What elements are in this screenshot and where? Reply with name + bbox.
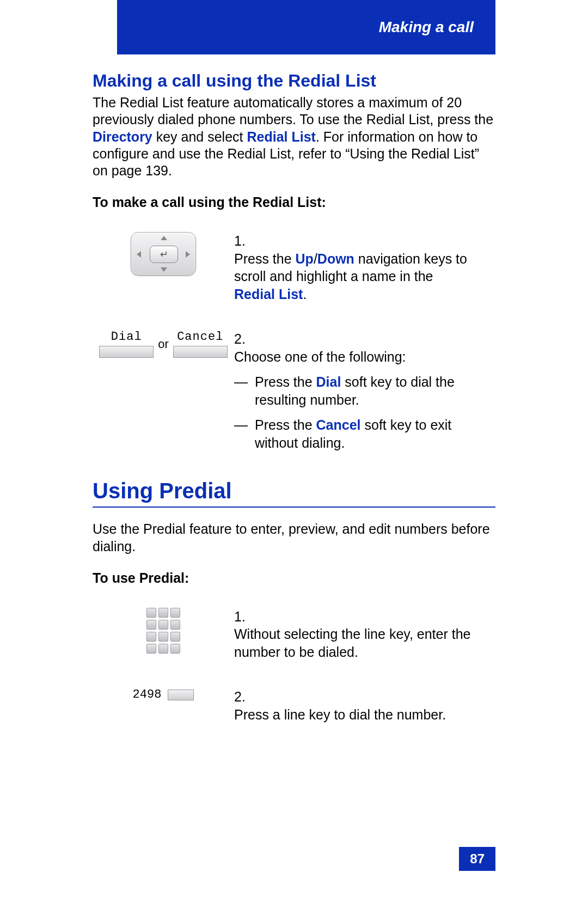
section-title-redial: Making a call using the Redial List [93, 71, 495, 91]
keypad-icon [146, 608, 180, 654]
keypad-key-icon [170, 620, 180, 630]
keypad-key-icon [158, 620, 168, 630]
softkey-dial-button-icon [99, 346, 154, 358]
redial-intro: The Redial List feature automatically st… [93, 94, 495, 179]
keyword-down: Down [317, 251, 354, 266]
linekey-number: 2498 [133, 688, 162, 701]
keypad-key-icon [146, 632, 156, 642]
step1-text: 1. Press the Up/Down navigation keys to … [234, 232, 495, 303]
predial-step1-text: 1. Without selecting the line key, enter… [234, 608, 495, 661]
step-row-2: Dial or Cancel 2. Choose one of the foll… [93, 330, 495, 452]
procedure-label-predial: To use Predial: [93, 570, 495, 586]
text: Press a line key to dial the number. [234, 706, 474, 724]
step-number: 1. [234, 232, 253, 250]
keyword-directory: Directory [93, 129, 152, 144]
keypad-key-icon [170, 644, 180, 654]
keyword-up: Up [296, 251, 314, 266]
linekey-button-icon [168, 690, 194, 700]
softkey-group: Dial or Cancel [99, 330, 228, 358]
nav-down-icon [161, 267, 167, 272]
text: . [303, 286, 307, 302]
softkey-cancel-label: Cancel [173, 330, 228, 344]
keypad-key-icon [170, 632, 180, 642]
keypad-key-icon [146, 644, 156, 654]
nav-right-icon [186, 251, 190, 258]
keyword-redial-list: Redial List [234, 286, 303, 302]
or-text: or [158, 337, 169, 351]
nav-up-icon [161, 236, 167, 240]
predial-intro: Use the Predial feature to enter, previe… [93, 521, 495, 555]
softkey-dial-label: Dial [99, 330, 154, 344]
softkey-icon-container: Dial or Cancel [93, 330, 234, 358]
step-number: 2. [234, 688, 253, 706]
keyword-cancel: Cancel [316, 417, 361, 432]
text: Press the [255, 417, 316, 432]
option-dial: Press the Dial soft key to dial the resu… [234, 373, 474, 408]
predial-step2-text: 2. Press a line key to dial the number. [234, 688, 495, 723]
header-breadcrumb: Making a call [379, 19, 474, 36]
text: key and select [152, 129, 247, 144]
navpad-icon-container: ↵ [93, 232, 234, 276]
text: Press the [234, 251, 296, 266]
step-number: 1. [234, 608, 253, 626]
keypad-icon-container [93, 608, 234, 654]
keypad-key-icon [146, 608, 156, 618]
text: Choose one of the following: [234, 349, 406, 364]
navpad-icon: ↵ [131, 232, 196, 276]
page-number: 87 [459, 847, 495, 871]
page-content: Making a call using the Redial List The … [93, 65, 495, 751]
keypad-key-icon [158, 608, 168, 618]
header-bar: Making a call [117, 0, 495, 54]
linekey-icon-container: 2498 [93, 688, 234, 701]
procedure-label-redial: To make a call using the Redial List: [93, 194, 495, 210]
softkey-dial: Dial [99, 330, 154, 358]
nav-left-icon [137, 251, 141, 258]
keyword-redial-list: Redial List [247, 129, 315, 144]
predial-step-row-2: 2498 2. Press a line key to dial the num… [93, 688, 495, 723]
keyword-dial: Dial [316, 374, 341, 389]
step2-text: 2. Choose one of the following: Press th… [234, 330, 495, 452]
nav-enter-icon: ↵ [150, 246, 178, 263]
softkey-cancel-button-icon [173, 346, 228, 358]
keypad-key-icon [170, 608, 180, 618]
text: Without selecting the line key, enter th… [234, 625, 474, 661]
keypad-key-icon [158, 632, 168, 642]
linekey-group: 2498 [133, 688, 194, 701]
predial-step-row-1: 1. Without selecting the line key, enter… [93, 608, 495, 661]
softkey-cancel: Cancel [173, 330, 228, 358]
option-cancel: Press the Cancel soft key to exit withou… [234, 416, 474, 452]
step-row-1: ↵ 1. Press the Up/Down navigation keys t… [93, 232, 495, 303]
text: The Redial List feature automatically st… [93, 95, 493, 127]
keypad-key-icon [158, 644, 168, 654]
text: / [314, 251, 317, 266]
step-number: 2. [234, 330, 253, 348]
text: Press the [255, 374, 316, 389]
keypad-key-icon [146, 620, 156, 630]
section-title-predial: Using Predial [93, 479, 495, 508]
